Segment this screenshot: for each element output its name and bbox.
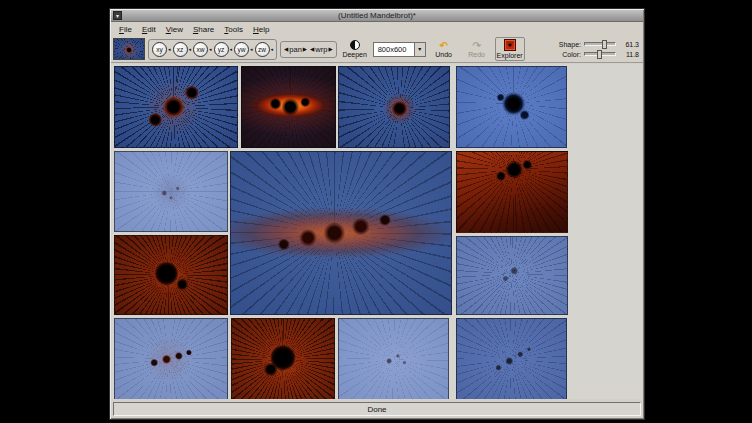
plane-label-zw: zw: [255, 42, 270, 57]
pan-left-arrow-icon[interactable]: ◀: [284, 46, 288, 52]
menu-view[interactable]: View: [161, 24, 188, 35]
explorer-gallery: [112, 64, 642, 399]
plane-button-xz[interactable]: xz ◂: [173, 42, 192, 57]
plane-label-yz: yz: [214, 42, 229, 57]
current-fractal-thumbnail: [113, 38, 145, 60]
screen-background: ▾ (Untitled Mandelbrot)* File Edit View …: [0, 0, 752, 423]
mutation-thumbnail-1[interactable]: [114, 66, 238, 148]
mutation-thumbnail-6[interactable]: [114, 235, 228, 315]
app-window: ▾ (Untitled Mandelbrot)* File Edit View …: [109, 8, 645, 420]
plane-button-yw[interactable]: yw ◂: [234, 42, 253, 57]
mutation-thumbnail-3[interactable]: [338, 66, 450, 148]
plane-label-yw: yw: [234, 42, 249, 57]
redo-label: Redo: [468, 51, 485, 58]
color-label: Color:: [554, 51, 581, 58]
explorer-button[interactable]: Explorer: [495, 37, 525, 61]
warp-left-arrow-icon[interactable]: ◀: [310, 46, 314, 52]
mutation-thumbnail-9[interactable]: [114, 318, 228, 399]
plane-label-xy: xy: [152, 42, 167, 57]
undo-label: Undo: [435, 51, 452, 58]
resolution-select[interactable]: 800x600 ▾: [373, 42, 426, 57]
menu-edit[interactable]: Edit: [137, 24, 161, 35]
shape-slider-thumb[interactable]: [602, 40, 607, 49]
color-slider-thumb[interactable]: [597, 50, 602, 59]
shape-value: 61.3: [619, 41, 639, 48]
mutation-thumbnail-4[interactable]: [456, 66, 567, 148]
plane-arrow-icon: ◂: [271, 46, 274, 52]
redo-button[interactable]: ↷ Redo: [462, 37, 492, 61]
mutation-thumbnail-10[interactable]: [231, 318, 335, 399]
redo-icon: ↷: [472, 41, 480, 50]
shape-slider[interactable]: [584, 42, 616, 46]
shape-color-sliders: Shape: 61.3 Color: 11.8: [554, 41, 641, 58]
mutation-thumbnail-8[interactable]: [456, 236, 568, 315]
plane-button-group: xy ◂ xz ◂ xw ◂ yz ◂ yw ◂: [148, 39, 277, 60]
mutation-thumbnail-2[interactable]: [241, 66, 336, 148]
plane-arrow-icon: ◂: [168, 46, 171, 52]
menu-bar: File Edit View Share Tools Help: [111, 23, 643, 36]
status-bar: Done: [113, 402, 641, 416]
plane-button-xy[interactable]: xy ◂: [152, 42, 171, 57]
deepen-label: Deepen: [342, 51, 367, 58]
main-fractal-view[interactable]: [230, 151, 452, 315]
mutation-thumbnail-7[interactable]: [456, 151, 568, 233]
pan-label: pan: [289, 45, 302, 54]
menu-file[interactable]: File: [114, 24, 137, 35]
pan-control[interactable]: ◀ pan ▶: [284, 45, 307, 54]
plane-arrow-icon: ◂: [250, 46, 253, 52]
plane-button-zw[interactable]: zw ◂: [255, 42, 274, 57]
explorer-label: Explorer: [497, 52, 523, 59]
shape-label: Shape:: [554, 41, 581, 48]
menu-tools[interactable]: Tools: [219, 24, 248, 35]
plane-button-xw[interactable]: xw ◂: [193, 42, 212, 57]
undo-icon: ↶: [439, 41, 447, 50]
toolbar: xy ◂ xz ◂ xw ◂ yz ◂ yw ◂: [111, 36, 643, 63]
menu-share[interactable]: Share: [188, 24, 219, 35]
warp-right-arrow-icon[interactable]: ▶: [328, 46, 332, 52]
resolution-value: 800x600: [374, 45, 414, 54]
warp-label: wrp: [315, 45, 327, 54]
dropdown-arrow-icon[interactable]: ▾: [414, 43, 425, 56]
status-text: Done: [367, 405, 386, 414]
pan-warp-group: ◀ pan ▶ ◀ wrp ▶: [280, 41, 337, 58]
window-title: (Untitled Mandelbrot)*: [111, 11, 643, 20]
deepen-icon: [350, 40, 360, 50]
plane-arrow-icon: ◂: [189, 46, 192, 52]
mutation-thumbnail-12[interactable]: [456, 318, 567, 399]
plane-label-xz: xz: [173, 42, 188, 57]
color-slider[interactable]: [584, 52, 616, 56]
plane-arrow-icon: ◂: [209, 46, 212, 52]
pan-right-arrow-icon[interactable]: ▶: [303, 46, 307, 52]
mutation-thumbnail-5[interactable]: [114, 151, 228, 232]
title-bar: ▾ (Untitled Mandelbrot)*: [111, 10, 643, 22]
warp-control[interactable]: ◀ wrp ▶: [310, 45, 333, 54]
plane-label-xw: xw: [193, 42, 208, 57]
menu-help[interactable]: Help: [248, 24, 274, 35]
plane-button-yz[interactable]: yz ◂: [214, 42, 233, 57]
mutation-thumbnail-11[interactable]: [338, 318, 449, 399]
deepen-button[interactable]: Deepen: [340, 37, 370, 61]
undo-button[interactable]: ↶ Undo: [429, 37, 459, 61]
plane-arrow-icon: ◂: [230, 46, 233, 52]
explorer-icon: [504, 39, 516, 51]
color-value: 11.8: [619, 51, 639, 58]
